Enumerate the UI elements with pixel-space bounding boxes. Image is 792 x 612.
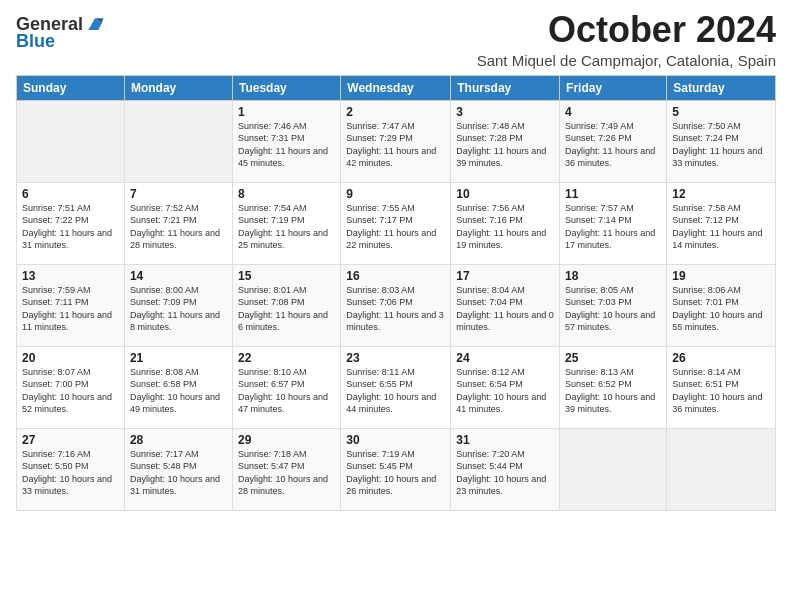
calendar-cell: 31Sunrise: 7:20 AM Sunset: 5:44 PM Dayli… [451, 428, 560, 510]
calendar-cell: 22Sunrise: 8:10 AM Sunset: 6:57 PM Dayli… [232, 346, 340, 428]
col-saturday: Saturday [667, 75, 776, 100]
calendar-cell: 20Sunrise: 8:07 AM Sunset: 7:00 PM Dayli… [17, 346, 125, 428]
day-info: Sunrise: 7:50 AM Sunset: 7:24 PM Dayligh… [672, 120, 770, 170]
day-info: Sunrise: 7:17 AM Sunset: 5:48 PM Dayligh… [130, 448, 227, 498]
day-info: Sunrise: 7:46 AM Sunset: 7:31 PM Dayligh… [238, 120, 335, 170]
day-number: 29 [238, 433, 335, 447]
calendar-cell: 13Sunrise: 7:59 AM Sunset: 7:11 PM Dayli… [17, 264, 125, 346]
day-info: Sunrise: 7:16 AM Sunset: 5:50 PM Dayligh… [22, 448, 119, 498]
day-info: Sunrise: 8:05 AM Sunset: 7:03 PM Dayligh… [565, 284, 661, 334]
calendar-cell: 10Sunrise: 7:56 AM Sunset: 7:16 PM Dayli… [451, 182, 560, 264]
day-info: Sunrise: 8:14 AM Sunset: 6:51 PM Dayligh… [672, 366, 770, 416]
day-number: 19 [672, 269, 770, 283]
calendar-cell: 23Sunrise: 8:11 AM Sunset: 6:55 PM Dayli… [341, 346, 451, 428]
day-number: 25 [565, 351, 661, 365]
calendar-cell: 17Sunrise: 8:04 AM Sunset: 7:04 PM Dayli… [451, 264, 560, 346]
week-row-3: 13Sunrise: 7:59 AM Sunset: 7:11 PM Dayli… [17, 264, 776, 346]
day-number: 16 [346, 269, 445, 283]
header: General Blue October 2024 Sant Miquel de… [16, 10, 776, 69]
header-row: Sunday Monday Tuesday Wednesday Thursday… [17, 75, 776, 100]
day-info: Sunrise: 7:49 AM Sunset: 7:26 PM Dayligh… [565, 120, 661, 170]
day-number: 27 [22, 433, 119, 447]
day-info: Sunrise: 7:59 AM Sunset: 7:11 PM Dayligh… [22, 284, 119, 334]
day-number: 20 [22, 351, 119, 365]
calendar-cell: 16Sunrise: 8:03 AM Sunset: 7:06 PM Dayli… [341, 264, 451, 346]
day-number: 26 [672, 351, 770, 365]
day-info: Sunrise: 8:03 AM Sunset: 7:06 PM Dayligh… [346, 284, 445, 334]
day-number: 21 [130, 351, 227, 365]
calendar-cell: 1Sunrise: 7:46 AM Sunset: 7:31 PM Daylig… [232, 100, 340, 182]
calendar-cell: 8Sunrise: 7:54 AM Sunset: 7:19 PM Daylig… [232, 182, 340, 264]
day-number: 17 [456, 269, 554, 283]
page: General Blue October 2024 Sant Miquel de… [0, 0, 792, 612]
subtitle: Sant Miquel de Campmajor, Catalonia, Spa… [477, 52, 776, 69]
calendar-cell: 12Sunrise: 7:58 AM Sunset: 7:12 PM Dayli… [667, 182, 776, 264]
day-info: Sunrise: 7:18 AM Sunset: 5:47 PM Dayligh… [238, 448, 335, 498]
day-number: 3 [456, 105, 554, 119]
day-number: 14 [130, 269, 227, 283]
calendar-cell: 30Sunrise: 7:19 AM Sunset: 5:45 PM Dayli… [341, 428, 451, 510]
calendar-cell: 18Sunrise: 8:05 AM Sunset: 7:03 PM Dayli… [560, 264, 667, 346]
day-number: 15 [238, 269, 335, 283]
day-number: 23 [346, 351, 445, 365]
col-sunday: Sunday [17, 75, 125, 100]
day-info: Sunrise: 7:19 AM Sunset: 5:45 PM Dayligh… [346, 448, 445, 498]
day-number: 1 [238, 105, 335, 119]
day-info: Sunrise: 7:58 AM Sunset: 7:12 PM Dayligh… [672, 202, 770, 252]
calendar-cell: 24Sunrise: 8:12 AM Sunset: 6:54 PM Dayli… [451, 346, 560, 428]
calendar-cell: 3Sunrise: 7:48 AM Sunset: 7:28 PM Daylig… [451, 100, 560, 182]
day-info: Sunrise: 7:51 AM Sunset: 7:22 PM Dayligh… [22, 202, 119, 252]
calendar-cell: 5Sunrise: 7:50 AM Sunset: 7:24 PM Daylig… [667, 100, 776, 182]
calendar-cell: 2Sunrise: 7:47 AM Sunset: 7:29 PM Daylig… [341, 100, 451, 182]
calendar-cell: 6Sunrise: 7:51 AM Sunset: 7:22 PM Daylig… [17, 182, 125, 264]
calendar-cell: 26Sunrise: 8:14 AM Sunset: 6:51 PM Dayli… [667, 346, 776, 428]
day-info: Sunrise: 8:13 AM Sunset: 6:52 PM Dayligh… [565, 366, 661, 416]
day-info: Sunrise: 8:00 AM Sunset: 7:09 PM Dayligh… [130, 284, 227, 334]
day-number: 6 [22, 187, 119, 201]
col-wednesday: Wednesday [341, 75, 451, 100]
day-number: 10 [456, 187, 554, 201]
day-number: 2 [346, 105, 445, 119]
calendar-cell: 28Sunrise: 7:17 AM Sunset: 5:48 PM Dayli… [124, 428, 232, 510]
day-info: Sunrise: 8:04 AM Sunset: 7:04 PM Dayligh… [456, 284, 554, 334]
day-number: 5 [672, 105, 770, 119]
title-block: October 2024 Sant Miquel de Campmajor, C… [477, 10, 776, 69]
day-number: 8 [238, 187, 335, 201]
day-number: 7 [130, 187, 227, 201]
calendar-cell: 21Sunrise: 8:08 AM Sunset: 6:58 PM Dayli… [124, 346, 232, 428]
calendar-cell: 15Sunrise: 8:01 AM Sunset: 7:08 PM Dayli… [232, 264, 340, 346]
day-number: 31 [456, 433, 554, 447]
day-number: 24 [456, 351, 554, 365]
day-info: Sunrise: 7:20 AM Sunset: 5:44 PM Dayligh… [456, 448, 554, 498]
week-row-4: 20Sunrise: 8:07 AM Sunset: 7:00 PM Dayli… [17, 346, 776, 428]
day-info: Sunrise: 8:12 AM Sunset: 6:54 PM Dayligh… [456, 366, 554, 416]
day-number: 12 [672, 187, 770, 201]
day-number: 28 [130, 433, 227, 447]
calendar-cell: 29Sunrise: 7:18 AM Sunset: 5:47 PM Dayli… [232, 428, 340, 510]
day-info: Sunrise: 7:52 AM Sunset: 7:21 PM Dayligh… [130, 202, 227, 252]
day-info: Sunrise: 7:47 AM Sunset: 7:29 PM Dayligh… [346, 120, 445, 170]
day-number: 4 [565, 105, 661, 119]
day-info: Sunrise: 7:57 AM Sunset: 7:14 PM Dayligh… [565, 202, 661, 252]
calendar-cell: 9Sunrise: 7:55 AM Sunset: 7:17 PM Daylig… [341, 182, 451, 264]
col-tuesday: Tuesday [232, 75, 340, 100]
day-number: 22 [238, 351, 335, 365]
col-friday: Friday [560, 75, 667, 100]
day-info: Sunrise: 8:01 AM Sunset: 7:08 PM Dayligh… [238, 284, 335, 334]
day-info: Sunrise: 7:54 AM Sunset: 7:19 PM Dayligh… [238, 202, 335, 252]
logo-icon [85, 15, 105, 35]
day-number: 30 [346, 433, 445, 447]
calendar-cell: 7Sunrise: 7:52 AM Sunset: 7:21 PM Daylig… [124, 182, 232, 264]
calendar-cell: 19Sunrise: 8:06 AM Sunset: 7:01 PM Dayli… [667, 264, 776, 346]
calendar-cell: 4Sunrise: 7:49 AM Sunset: 7:26 PM Daylig… [560, 100, 667, 182]
day-info: Sunrise: 8:10 AM Sunset: 6:57 PM Dayligh… [238, 366, 335, 416]
day-number: 9 [346, 187, 445, 201]
day-number: 11 [565, 187, 661, 201]
calendar-cell [124, 100, 232, 182]
day-info: Sunrise: 7:48 AM Sunset: 7:28 PM Dayligh… [456, 120, 554, 170]
day-info: Sunrise: 8:11 AM Sunset: 6:55 PM Dayligh… [346, 366, 445, 416]
calendar-cell: 11Sunrise: 7:57 AM Sunset: 7:14 PM Dayli… [560, 182, 667, 264]
calendar-cell: 27Sunrise: 7:16 AM Sunset: 5:50 PM Dayli… [17, 428, 125, 510]
day-info: Sunrise: 7:56 AM Sunset: 7:16 PM Dayligh… [456, 202, 554, 252]
col-monday: Monday [124, 75, 232, 100]
